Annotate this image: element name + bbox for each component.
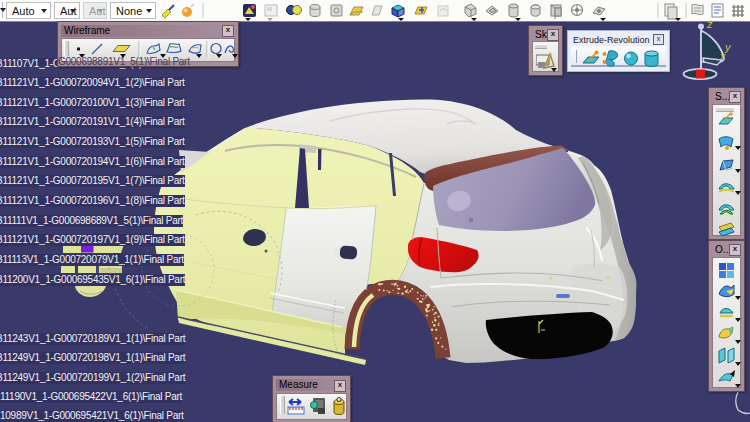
svg-text:x: x xyxy=(719,50,726,62)
